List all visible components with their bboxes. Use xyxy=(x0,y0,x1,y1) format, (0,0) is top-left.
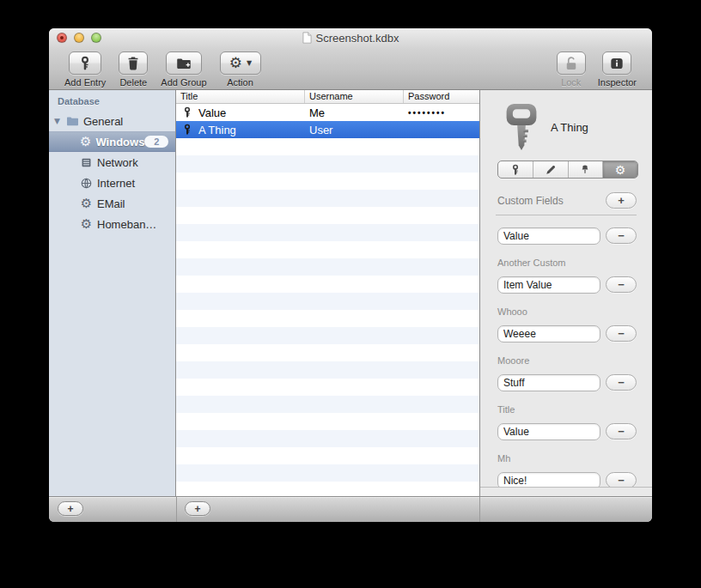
sidebar-item-internet[interactable]: Internet xyxy=(49,173,175,193)
remove-field-button[interactable]: − xyxy=(606,276,637,293)
toolbar-button-add-entry[interactable]: Add Entry xyxy=(64,52,106,88)
table-row[interactable]: A ThingUser xyxy=(176,121,479,138)
remove-field-button[interactable]: − xyxy=(606,423,637,439)
custom-field-row: − xyxy=(480,276,652,294)
sidebar-item-homeban[interactable]: ⚙Homeban… xyxy=(49,214,175,234)
table-row-empty xyxy=(176,173,479,190)
document-icon xyxy=(302,32,312,44)
custom-field-label: Title xyxy=(497,404,652,415)
sidebar-item-email[interactable]: ⚙EMail xyxy=(49,193,175,214)
disclosure-triangle-icon[interactable]: ▼ xyxy=(54,117,66,125)
entry-title-text: A Thing xyxy=(198,124,236,136)
column-header-username[interactable]: Username xyxy=(305,90,404,103)
custom-field-value-input[interactable] xyxy=(497,325,600,342)
cell-password: •••••••• xyxy=(404,108,479,118)
gear-icon: ⚙ xyxy=(80,218,93,231)
toolbar-button-add-group[interactable]: Add Group xyxy=(161,52,206,88)
entry-table: TitleUsernamePassword ValueMe••••••••A T… xyxy=(176,90,479,496)
sidebar-item-general[interactable]: ▼General xyxy=(49,111,175,131)
inspector-tab-pencil[interactable] xyxy=(533,161,569,178)
toolbar-button-label: Lock xyxy=(561,77,581,88)
toolbar-button-delete[interactable]: Delete xyxy=(119,52,148,88)
table-row-empty xyxy=(176,138,479,155)
gear-icon: ⚙ xyxy=(80,197,93,210)
table-row-empty xyxy=(176,327,479,344)
inspector-tab-key[interactable] xyxy=(498,161,533,178)
window-chrome: Screenshot.kdbx Add EntryDeleteAdd Group… xyxy=(49,28,652,90)
cell-title: A Thing xyxy=(176,124,305,136)
window-title: Screenshot.kdbx xyxy=(316,32,399,45)
column-header-password[interactable]: Password xyxy=(404,90,479,103)
table-row-empty xyxy=(176,224,479,241)
custom-fields-header: Custom Fields + xyxy=(480,192,652,209)
table-row-empty xyxy=(176,293,479,310)
table-row-empty xyxy=(176,413,479,430)
toolbar-button-bezel: ⚙▼ xyxy=(220,52,261,75)
toolbar-button-bezel xyxy=(166,52,202,75)
table-row-empty xyxy=(176,396,479,413)
add-group-bottom-button[interactable]: + xyxy=(58,501,83,516)
gear-icon: ⚙ xyxy=(80,136,91,149)
table-row-empty xyxy=(176,361,479,379)
pin-icon xyxy=(579,164,591,176)
sidebar-item-label: General xyxy=(83,115,123,128)
toolbar-button-bezel xyxy=(119,52,148,75)
table-row-empty xyxy=(176,447,479,464)
key-icon xyxy=(77,56,93,71)
inspector-tab-bar: ⚙ xyxy=(497,161,638,179)
add-custom-field-button[interactable]: + xyxy=(606,192,637,209)
inspector-tab-pin[interactable] xyxy=(569,161,604,178)
info-icon xyxy=(609,56,625,71)
table-row-empty xyxy=(176,344,479,361)
custom-fields-list: −Another Custom−Whooo−Mooore−Title−Mh− xyxy=(480,215,652,488)
cell-username: Me xyxy=(305,106,404,119)
table-row-empty xyxy=(176,190,479,207)
toolbar-button-bezel xyxy=(557,52,586,75)
lock-open-icon xyxy=(564,56,579,71)
table-row-empty xyxy=(176,379,479,396)
remove-field-button[interactable]: − xyxy=(606,374,637,391)
entry-key-icon xyxy=(503,102,540,152)
toolbar-button-bezel xyxy=(69,52,101,75)
sidebar-item-label: Windows xyxy=(95,136,144,149)
toolbar-button-label: Inspector xyxy=(598,77,637,88)
app-window: Screenshot.kdbx Add EntryDeleteAdd Group… xyxy=(49,28,652,522)
custom-field-label: Another Custom xyxy=(497,258,652,269)
titlebar[interactable]: Screenshot.kdbx xyxy=(49,28,652,47)
key-icon xyxy=(509,164,521,176)
pencil-icon xyxy=(545,164,557,176)
sidebar-item-windows[interactable]: ⚙Windows2 xyxy=(49,131,175,152)
table-row-empty xyxy=(176,207,479,224)
toolbar-button-inspector[interactable]: Inspector xyxy=(598,52,637,88)
folder-add-icon xyxy=(176,56,192,71)
toolbar-button-label: Add Entry xyxy=(64,77,106,88)
remove-field-button[interactable]: − xyxy=(606,227,637,244)
add-entry-bottom-button[interactable]: + xyxy=(185,501,210,516)
toolbar: Add EntryDeleteAdd Group⚙▼Action LockIns… xyxy=(49,47,652,88)
table-row-empty xyxy=(176,482,479,496)
remove-field-button[interactable]: − xyxy=(606,472,637,488)
sidebar-item-label: Internet xyxy=(97,177,135,190)
table-row-empty xyxy=(176,258,479,276)
custom-field-value-input[interactable] xyxy=(497,472,600,488)
sidebar-item-network[interactable]: Network xyxy=(49,152,175,173)
remove-field-button[interactable]: − xyxy=(606,325,637,342)
sidebar-item-label: Homeban… xyxy=(97,218,156,231)
custom-field-value-input[interactable] xyxy=(497,276,600,294)
table-header: TitleUsernamePassword xyxy=(176,90,479,104)
sidebar-item-label: EMail xyxy=(97,197,125,210)
toolbar-button-label: Delete xyxy=(119,77,147,88)
toolbar-button-action[interactable]: ⚙▼Action xyxy=(220,52,261,88)
custom-field-value-input[interactable] xyxy=(497,374,600,391)
custom-field-row: − xyxy=(480,422,652,440)
table-row[interactable]: ValueMe•••••••• xyxy=(176,104,479,121)
column-header-title[interactable]: Title xyxy=(176,90,305,103)
inspector-tab-gear[interactable]: ⚙ xyxy=(603,161,637,178)
trash-icon xyxy=(125,56,141,71)
custom-field-value-input[interactable] xyxy=(497,423,600,440)
table-row-empty xyxy=(176,276,479,293)
cell-title: Value xyxy=(176,106,305,119)
custom-field-value-input[interactable] xyxy=(497,227,600,245)
custom-fields-title: Custom Fields xyxy=(497,195,564,207)
divider xyxy=(176,497,177,522)
